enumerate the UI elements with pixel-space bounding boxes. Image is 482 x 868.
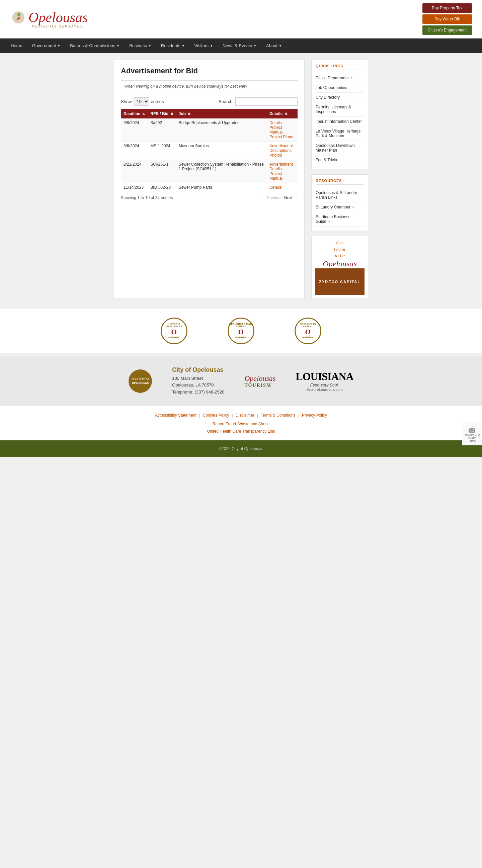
nav-boards[interactable]: Boards & Commissions ▼ [66,38,123,53]
resources-section: Resources Opelousas & St Landry Parish L… [311,174,368,231]
detail-link[interactable]: Project Plans [269,134,295,139]
cell-rfb: SC#251-1 [148,160,176,183]
historic-logo: HISTORIC OPELOUSAS O MEMBER [161,317,187,344]
footer-policy-link[interactable]: Disclaimer [236,413,254,417]
logos-row: HISTORIC OPELOUSAS O MEMBER OPELOUSAS MA… [0,309,482,353]
la-sub: Feed Your Soul. [296,383,353,388]
sidebar-quick-link[interactable]: City Directory [315,93,364,102]
footer-separator: | [257,413,258,417]
table-row: 2/22/2024 SC#251-1 Sewer Collection Syst… [121,160,298,183]
detail-link[interactable]: Details [269,185,295,190]
sidebar-quick-link[interactable]: Job Opportunities [315,83,364,93]
logo2-bottom: MEMBER [229,336,253,339]
search-input[interactable] [235,97,298,106]
chevron-down-icon: ▼ [117,44,120,48]
pay-water-button[interactable]: Pay Water Bill [422,14,472,24]
logo2-top: OPELOUSAS MAIN STREET [229,323,253,328]
detail-link[interactable]: Photos [269,153,295,158]
footer-policy-link[interactable]: Privacy Policy [302,413,327,417]
quick-links-section: Quick Links Police Department↗Job Opport… [311,60,368,169]
nav-business[interactable]: Business ▼ [125,38,155,53]
cell-rfb: B#292 [148,119,176,142]
col-job[interactable]: Job ⇅ [176,109,267,119]
table-footer: Showing 1 to 10 of 34 entries ← Previous… [121,195,298,200]
detail-link[interactable]: Advertisment [269,162,295,167]
footer-separator: | [232,413,233,417]
nav-government[interactable]: Government ▼ [28,38,64,53]
external-link-icon: ↗ [352,206,354,209]
mobile-note: When viewing on a mobile device, turn de… [121,80,298,92]
pay-tax-button[interactable]: Pay Property Tax [422,3,472,13]
col-details[interactable]: Details ⇅ [267,109,298,119]
sidebar-resource-link[interactable]: Opelousas & St Landry Parish Links [315,188,364,203]
la-main: LOUISIANA [296,370,353,383]
search-label: Search: [218,99,234,104]
sidebar-quick-link[interactable]: Permits, Licenses & Inspections [315,102,364,117]
logo2-o: O [229,328,253,336]
logo-sub: PERFECTLY SEASONED. [28,24,88,28]
table-controls: Show 10 25 50 entries Search: [121,97,298,106]
cell-deadline: 11/14/2023 [121,183,148,192]
resources-title: Resources [315,179,364,185]
tourism-logo: Opelousas TOURISM [244,374,275,388]
table-row: 3/6/2024 MS-1-2024 Museum Surplus Advert… [121,142,298,160]
prev-button[interactable]: ← Previous [262,195,282,200]
entries-select[interactable]: 10 25 50 [133,97,149,106]
footer-policy-link[interactable]: Cookies Policy [203,413,229,417]
uhc-link[interactable]: United Health Care Transparency Link [7,429,475,434]
bid-table: Deadline ⇅ RFB / Bid ⇅ Job ⇅ Details ⇅ 9… [121,109,298,192]
copyright-bar: ©2022 City of Opelousas [0,440,482,457]
detail-link[interactable]: Details [269,121,295,125]
col-deadline[interactable]: Deadline ⇅ [121,109,148,119]
next-button[interactable]: Next → [284,195,298,200]
cell-job: Museum Surplus [176,142,267,160]
svg-text:🌶: 🌶 [16,16,21,21]
logo3-top: OPELOUSAS TRAVEL [296,323,320,328]
nav-visitors[interactable]: Visitors ▼ [190,38,217,53]
tourism-text: Opelousas [244,374,275,383]
logo1-top: HISTORIC OPELOUSAS [162,323,186,328]
sidebar-quick-link[interactable]: Police Department↗ [315,73,364,83]
col-rfb[interactable]: RFB / Bid ⇅ [148,109,176,119]
sidebar-resource-link[interactable]: Starting a Business Guide↗ [315,212,364,226]
detail-link[interactable]: Project Manual [269,171,295,181]
zydeco-photo: ZYDECO CAPITAL [315,268,364,295]
nav-residents[interactable]: Residents ▼ [157,38,189,53]
detail-link[interactable]: Details [269,167,295,171]
report-fraud-link[interactable]: Report Fraud, Waste and Abuse [7,422,475,426]
header-buttons: Pay Property Tax Pay Water Bill Citizen'… [422,3,472,35]
detail-link[interactable]: Project Manual [269,125,295,134]
nav-home[interactable]: Home [7,38,26,53]
cell-job: Sewer Pump Parts [176,183,267,192]
main-container: Advertisement for Bid When viewing on a … [111,53,371,306]
footer-policy-link[interactable]: Terms & Conditions [261,413,296,417]
pagination: ← Previous Next → [262,195,298,200]
entries-label: entries [151,99,164,104]
show-entries: Show 10 25 50 entries [121,97,164,106]
engagement-button[interactable]: Citizen's Engagement [422,25,472,35]
nav-news-events[interactable]: News & Events ▼ [218,38,261,53]
logo3-o: O [296,328,320,336]
sidebar-resource-link[interactable]: St Landry Chamber↗ [315,203,364,212]
detail-link[interactable]: Advertisment [269,144,295,148]
sidebar-quick-link[interactable]: Tourist Information Center [315,117,364,126]
nav-about[interactable]: About ▼ [262,38,286,53]
footer-info: 17 20 CITY OF OPELOUSAS City of Opelousa… [0,356,482,406]
chevron-down-icon: ▼ [182,44,185,48]
chevron-down-icon: ▼ [57,44,60,48]
detail-link[interactable]: Descriptions [269,148,295,153]
footer-links: Accessibility Statement|Cookies Policy|D… [0,406,482,440]
copyright-text: ©2022 City of Opelousas [218,446,264,451]
quick-links-title: Quick Links [315,64,364,70]
recaptcha-box: 🤖 reCAPTCHAPrivacy - Terms [462,423,482,445]
louisiana-logo: LOUISIANA Feed Your Soul. ExploreLouisia… [296,370,353,392]
sidebar-quick-link[interactable]: Fun & Trivia [315,155,364,165]
cell-rfb: MS-1-2024 [148,142,176,160]
cell-deadline: 2/22/2024 [121,160,148,183]
zydeco-title: It is Great to be [315,240,364,259]
sidebar-quick-link[interactable]: Le Vieux Village Heritage Park & Museum [315,126,364,141]
page-title: Advertisement for Bid [121,67,298,75]
footer-policy-link[interactable]: Accessibility Statement [155,413,196,417]
logo-text: Opelousas [28,10,88,24]
sidebar-quick-link[interactable]: Opelousas Downtown Master Plan [315,141,364,155]
